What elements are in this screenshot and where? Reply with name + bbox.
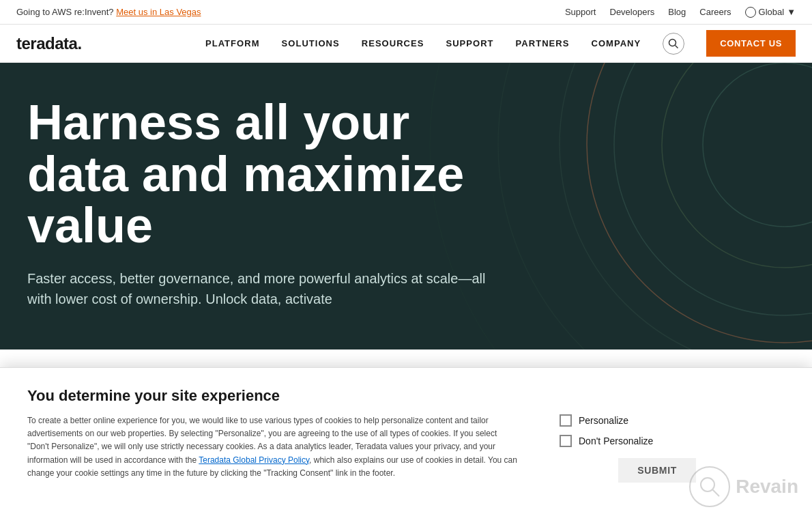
cookie-body: To create a better online experience for…	[27, 414, 785, 483]
svg-point-3	[662, 63, 812, 268]
revain-watermark: Revain	[689, 466, 798, 507]
announcement-link[interactable]: Meet us in Las Vegas	[116, 7, 201, 17]
svg-point-2	[703, 63, 812, 227]
global-label: Global	[759, 7, 785, 17]
submit-button[interactable]: SUBMIT	[618, 458, 696, 483]
revain-search-icon	[697, 474, 722, 499]
cookie-title: You determine your site experience	[27, 387, 785, 405]
logo-text: teradata.	[16, 34, 82, 53]
globe-icon	[745, 7, 756, 18]
cookie-consent-panel: You determine your site experience To cr…	[0, 367, 812, 514]
svg-point-0	[669, 39, 676, 46]
svg-line-1	[676, 45, 678, 48]
personalize-checkbox[interactable]	[560, 414, 572, 427]
developers-link[interactable]: Developers	[610, 7, 655, 17]
announcement-bar: Going to AWS re:Invent? Meet us in Las V…	[0, 0, 812, 25]
svg-line-11	[712, 489, 719, 496]
hero-subtitle: Faster access, better governance, and mo…	[27, 268, 505, 309]
nav-company[interactable]: COMPANY	[591, 38, 641, 48]
revain-logo-icon	[689, 466, 730, 507]
personalize-label: Personalize	[579, 415, 628, 426]
announcement-text: Going to AWS re:Invent? Meet us in Las V…	[16, 7, 201, 17]
svg-point-8	[587, 63, 812, 343]
search-icon	[668, 38, 679, 49]
announcement-label: Going to AWS re:Invent?	[16, 7, 114, 17]
dont-personalize-checkbox[interactable]	[560, 435, 572, 447]
nav-resources[interactable]: RESOURCES	[362, 38, 424, 48]
nav-links: PLATFORM SOLUTIONS RESOURCES SUPPORT PAR…	[205, 30, 796, 57]
nav-solutions[interactable]: SOLUTIONS	[282, 38, 340, 48]
nav-support[interactable]: SUPPORT	[446, 38, 493, 48]
dont-personalize-label: Don't Personalize	[579, 436, 653, 446]
search-button[interactable]	[663, 33, 684, 55]
logo[interactable]: teradata.	[16, 34, 82, 53]
main-nav: teradata. PLATFORM SOLUTIONS RESOURCES S…	[0, 25, 812, 63]
svg-point-4	[614, 63, 812, 315]
blog-link[interactable]: Blog	[668, 7, 686, 17]
contact-us-button[interactable]: CONTACT US	[706, 30, 796, 57]
support-link[interactable]: Support	[565, 7, 596, 17]
personalize-option: Personalize	[560, 414, 628, 427]
svg-point-6	[498, 63, 812, 349]
privacy-policy-link[interactable]: Teradata Global Privacy Policy	[199, 455, 309, 465]
cookie-options: Personalize Don't Personalize SUBMIT	[560, 414, 696, 483]
nav-platform[interactable]: PLATFORM	[205, 38, 260, 48]
global-button[interactable]: Global ▼	[745, 7, 796, 18]
hero-title: Harness all your data and maximize value	[27, 97, 491, 252]
careers-link[interactable]: Careers	[699, 7, 731, 17]
revain-text: Revain	[736, 476, 798, 498]
chevron-down-icon: ▼	[787, 7, 796, 17]
svg-point-5	[560, 63, 812, 349]
cookie-text: To create a better online experience for…	[27, 414, 519, 480]
hero-section: Harness all your data and maximize value…	[0, 63, 812, 349]
topnav-links: Support Developers Blog Careers Global ▼	[565, 7, 796, 18]
dont-personalize-option: Don't Personalize	[560, 435, 653, 447]
nav-partners[interactable]: PARTNERS	[516, 38, 570, 48]
